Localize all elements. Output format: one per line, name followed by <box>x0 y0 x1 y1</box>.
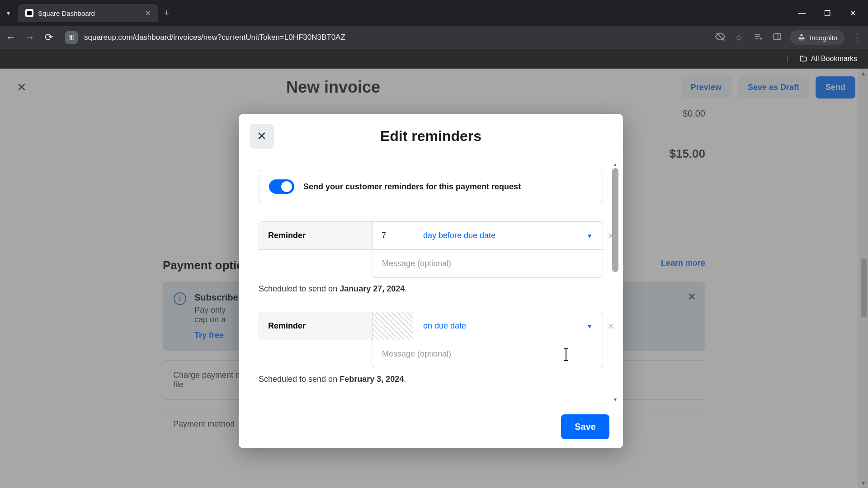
incognito-label: Incognito <box>810 34 837 42</box>
all-bookmarks-link[interactable]: All Bookmarks <box>811 55 857 63</box>
svg-rect-7 <box>755 38 759 39</box>
svg-marker-8 <box>760 37 763 39</box>
window-maximize[interactable]: ❐ <box>823 9 832 18</box>
media-control-icon[interactable] <box>752 32 764 43</box>
save-button[interactable]: Save <box>561 414 609 439</box>
window-close[interactable]: ✕ <box>848 9 857 18</box>
svg-rect-9 <box>774 33 781 39</box>
reminder-label: Reminder <box>259 312 372 340</box>
modal-scrollbar[interactable]: ▲ ▼ <box>612 164 620 400</box>
reminder-timing-value: day before due date <box>423 231 495 240</box>
modal-title: Edit reminders <box>250 128 612 145</box>
scroll-down-arrow[interactable]: ▼ <box>612 397 618 402</box>
new-tab-button[interactable]: + <box>164 7 170 19</box>
tab-close-icon[interactable]: ✕ <box>145 9 151 18</box>
url-text: squareup.com/dashboard/invoices/new?curr… <box>84 33 345 42</box>
reminder-message-input[interactable] <box>372 340 603 368</box>
nav-back-icon[interactable]: ← <box>5 32 17 43</box>
browser-tab[interactable]: Square Dashboard ✕ <box>18 4 158 22</box>
reminder-days-input[interactable]: 7 <box>372 222 413 249</box>
site-info-icon[interactable] <box>65 31 78 44</box>
tab-title: Square Dashboard <box>38 9 141 17</box>
scroll-up-arrow[interactable]: ▲ <box>612 162 618 167</box>
reminder-days-input-disabled <box>372 312 413 340</box>
reminder-timing-select[interactable]: day before due date ▼ <box>413 222 603 249</box>
reminder-label: Reminder <box>259 222 372 249</box>
side-panel-icon[interactable] <box>771 32 783 43</box>
toggle-card: Send your customer reminders for this pa… <box>259 170 603 203</box>
nav-reload-icon[interactable]: ⟳ <box>42 32 55 43</box>
toggle-label: Send your customer reminders for this pa… <box>303 182 521 192</box>
window-minimize[interactable]: — <box>797 9 807 18</box>
nav-forward-icon: → <box>24 32 36 43</box>
eye-off-icon[interactable] <box>714 32 726 44</box>
reminder-timing-select[interactable]: on due date ▼ <box>413 312 603 340</box>
text-cursor <box>566 348 566 361</box>
svg-rect-6 <box>755 36 760 37</box>
svg-rect-1 <box>72 35 74 40</box>
reminder-message-input[interactable] <box>372 250 603 277</box>
tabs-dropdown[interactable]: ▾ <box>2 5 14 22</box>
browser-menu-icon[interactable]: ⋮ <box>851 32 863 43</box>
schedule-text: Scheduled to send on January 27, 2024. <box>259 284 603 294</box>
reminder-timing-value: on due date <box>423 321 466 331</box>
incognito-badge[interactable]: Incognito <box>790 30 844 45</box>
bookmark-star-icon[interactable]: ☆ <box>733 32 745 43</box>
edit-reminders-modal: ✕ Edit reminders Send your customer remi… <box>239 114 623 448</box>
chevron-down-icon: ▼ <box>586 323 593 330</box>
square-favicon <box>25 9 33 17</box>
folder-icon <box>799 55 807 63</box>
reminders-toggle[interactable] <box>269 179 294 194</box>
bookmark-divider: | <box>787 55 788 63</box>
chevron-down-icon: ▼ <box>586 232 593 239</box>
svg-rect-5 <box>755 34 760 35</box>
modal-scrollbar-thumb[interactable] <box>612 168 618 272</box>
schedule-text: Scheduled to send on February 3, 2024. <box>259 375 603 384</box>
address-bar[interactable]: squareup.com/dashboard/invoices/new?curr… <box>61 31 708 44</box>
